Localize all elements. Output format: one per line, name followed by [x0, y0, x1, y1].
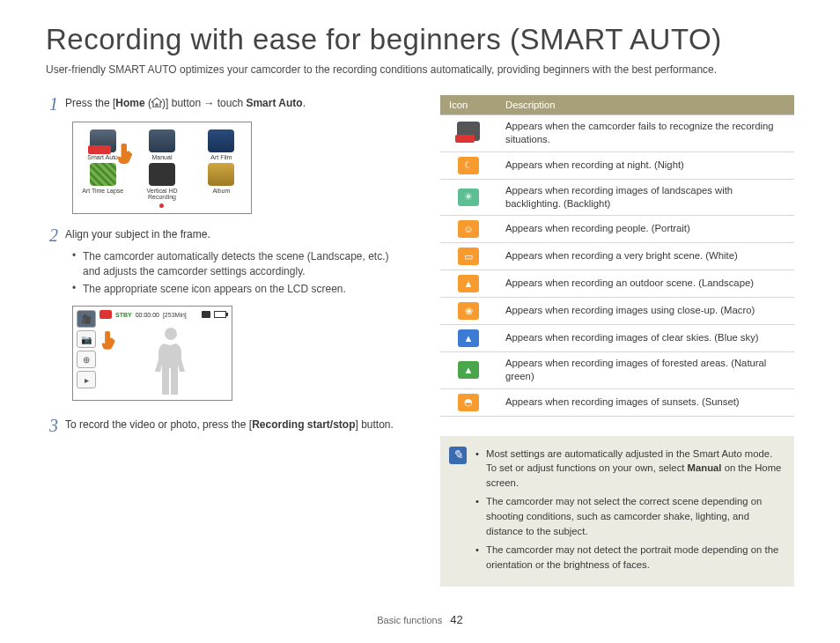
step-number-3: 3	[46, 417, 58, 434]
step-number-1: 1	[46, 95, 58, 113]
table-row: ◓Appears when recording images of sunset…	[440, 388, 794, 416]
smart-badge	[99, 310, 112, 319]
mode-video-icon: 🎥	[77, 310, 96, 328]
tile-label: Art Time Lapse	[82, 188, 123, 195]
scene-description: Appears when recording at night. (Night)	[497, 152, 794, 179]
lcd-time: 00:00:00	[136, 312, 159, 318]
intro-text: User-friendly SMART AUTO optimizes your …	[46, 63, 794, 76]
footer-page-number: 42	[450, 613, 462, 626]
tile-icon	[149, 129, 175, 152]
note-box: ✎ Most settings are automatically adjust…	[440, 436, 794, 588]
home-icon	[151, 98, 162, 107]
scene-description: Appears when recording people. (Portrait…	[497, 216, 794, 243]
page-title: Recording with ease for beginners (SMART…	[46, 23, 794, 56]
tile-label: Smart Auto	[87, 154, 118, 161]
note-item-1: Most settings are automatically adjusted…	[475, 447, 782, 491]
icon-description-table: Icon Description Appears when the camcor…	[440, 95, 794, 417]
scene-description: Appears when recording images of clear s…	[497, 325, 794, 352]
scene-description: Appears when recording images of landsca…	[497, 179, 794, 216]
scene-icon: ▭	[458, 248, 479, 265]
mode-photo-icon: 📷	[77, 330, 96, 348]
table-row: ▲Appears when recording an outdoor scene…	[440, 270, 794, 298]
battery-icon	[214, 311, 226, 318]
scene-description: Appears when the camcorder fails to reco…	[497, 115, 794, 152]
footer-section: Basic functions	[377, 615, 442, 625]
scene-icon: ☺	[458, 220, 479, 238]
tile-icon	[208, 163, 234, 186]
table-row: ☀Appears when recording images of landsc…	[440, 179, 794, 216]
scene-icon: ❀	[458, 302, 479, 320]
scene-icon	[457, 122, 480, 141]
scene-icon: ◓	[458, 394, 479, 411]
lcd-screenshot: STBY 00:00:00 [253Min] 🎥 📷 ⊕ ▸	[72, 306, 232, 401]
tile-label: Vertical HD Recording	[137, 188, 186, 201]
home-tile-1: Manual	[137, 129, 186, 161]
th-icon: Icon	[440, 95, 497, 115]
table-row: ❀Appears when recording images using clo…	[440, 298, 794, 325]
zoom-icon: ⊕	[77, 351, 96, 368]
scene-description: Appears when recording images using clos…	[497, 298, 794, 325]
home-tile-5: Album	[197, 163, 246, 208]
scene-icon: ▲	[458, 329, 479, 347]
table-row: Appears when the camcorder fails to reco…	[440, 115, 794, 152]
step-1-text: Press the [Home ()] button → touch Smart…	[65, 95, 407, 111]
scene-icon: ▲	[458, 275, 479, 292]
stby-label: STBY	[115, 312, 132, 318]
scene-description: Appears when recording images of foreste…	[497, 352, 794, 389]
scene-icon: ▲	[458, 361, 479, 379]
step-2-text: Align your subject in the frame.	[65, 226, 407, 242]
page-footer: Basic functions 42	[46, 613, 794, 626]
subject-silhouette	[151, 324, 191, 396]
tile-label: Album	[212, 188, 230, 195]
scene-icon: ☀	[458, 188, 479, 206]
touch-hand-icon	[101, 329, 119, 351]
tile-icon	[90, 129, 116, 152]
table-row: ☺Appears when recording people. (Portrai…	[440, 216, 794, 243]
table-row: ▲Appears when recording images of forest…	[440, 352, 794, 389]
home-menu-screenshot: Smart AutoManualArt FilmArt Time LapseVe…	[72, 122, 252, 214]
scene-icon: ☾	[458, 157, 479, 174]
note-item-3: The camcorder may not detect the portrai…	[475, 543, 782, 573]
table-row: ▲Appears when recording images of clear …	[440, 325, 794, 352]
home-tile-2: Art Film	[197, 129, 246, 161]
note-info-icon: ✎	[449, 447, 467, 464]
touch-hand-icon	[117, 142, 136, 165]
rec-dot-icon	[159, 203, 164, 208]
tile-icon	[149, 163, 175, 186]
table-row: ☾Appears when recording at night. (Night…	[440, 152, 794, 179]
step-number-2: 2	[46, 226, 58, 244]
tile-label: Manual	[152, 154, 173, 161]
lcd-remain: [253Min]	[163, 312, 187, 318]
scene-description: Appears when recording an outdoor scene.…	[497, 270, 794, 298]
tile-label: Art Film	[210, 154, 232, 161]
scene-description: Appears when recording images of sunsets…	[497, 388, 794, 416]
playback-icon: ▸	[77, 371, 96, 388]
tile-icon	[90, 163, 116, 186]
step-3-text: To record the video or photo, press the …	[65, 417, 407, 432]
tile-icon	[208, 129, 234, 152]
th-description: Description	[497, 95, 794, 115]
sd-card-icon	[202, 311, 210, 318]
note-item-2: The camcorder may not select the correct…	[475, 494, 782, 539]
scene-description: Appears when recording a very bright sce…	[497, 243, 794, 270]
step-2-bullet-2: The appropriate scene icon appears on th…	[72, 282, 407, 297]
step-2-bullet-1: The camcorder automatically detects the …	[72, 249, 407, 280]
table-row: ▭Appears when recording a very bright sc…	[440, 243, 794, 270]
home-tile-3: Art Time Lapse	[78, 163, 127, 208]
home-tile-4: Vertical HD Recording	[137, 163, 186, 208]
